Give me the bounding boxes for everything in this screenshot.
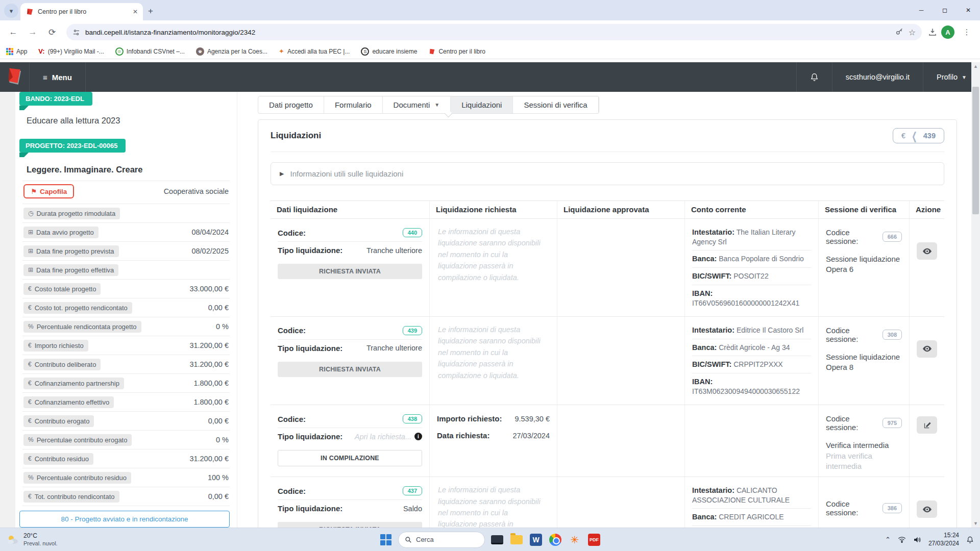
bookmark-pec[interactable]: ✦ Accedi alla tua PEC |... xyxy=(279,47,350,55)
app-header: ≡ Menu scsthurio@virgilio.it Profilo ▼ xyxy=(0,62,980,92)
reload-button[interactable]: ⟳ xyxy=(44,24,60,40)
close-button[interactable]: ✕ xyxy=(957,0,980,20)
bando-title: Educare alla lettura 2023 xyxy=(27,116,230,126)
sidebar-row: €Importo richiesto31.200,00 € xyxy=(22,336,230,355)
table-row: Codice:437 Tipo liquidazione:Saldo RICHI… xyxy=(271,477,944,528)
notifications-button[interactable] xyxy=(796,62,832,92)
user-email[interactable]: scsthurio@virgilio.it xyxy=(832,62,923,92)
chevron-down-icon: ▼ xyxy=(434,102,439,108)
bookmark-educare[interactable]: S educare insieme xyxy=(361,47,417,56)
start-button[interactable] xyxy=(379,533,393,547)
tab-search-button[interactable]: ▾ xyxy=(4,4,18,18)
acrobat-app-icon[interactable]: PDF xyxy=(587,533,601,547)
placeholder-text: Le informazioni di questa liquidazione s… xyxy=(437,224,550,285)
tray-chevron-icon[interactable]: ⌃ xyxy=(885,536,891,543)
tab-liquidazioni[interactable]: Liquidazioni xyxy=(451,96,513,113)
bookmark-infobandi[interactable]: ◎ Infobandi CSVnet –... xyxy=(115,47,185,56)
sidebar-row: ⊞Data fine progetto effettiva xyxy=(22,261,230,280)
bookmark-apps[interactable]: App xyxy=(6,48,27,55)
bookmark-cepell[interactable]: Centro per il libro xyxy=(428,48,485,55)
capofila-value: Cooperativa sociale xyxy=(164,187,229,195)
sessione-badge: 666 xyxy=(883,232,902,242)
notification-bell-icon[interactable] xyxy=(966,536,974,544)
forward-button[interactable]: → xyxy=(24,24,41,40)
section-tabs: Dati progetto Formulario Documenti▼ Liqu… xyxy=(258,96,599,114)
browser-tabstrip: ▾ Centro per il libro ✕ + ─ ◻ ✕ xyxy=(0,0,980,20)
euro-icon: € xyxy=(28,361,32,368)
tab-title: Centro per il libro xyxy=(38,8,129,15)
browser-tab[interactable]: Centro per il libro ✕ xyxy=(20,3,143,20)
table-row: Codice:438 Tipo liquidazione:Apri la ric… xyxy=(271,405,944,477)
eye-icon xyxy=(923,506,932,513)
project-status-button[interactable]: 80 - Progetto avviato e in rendicontazio… xyxy=(19,511,230,528)
url-text[interactable]: bandi.cepell.it/istanza-finanziamento/mo… xyxy=(85,29,890,36)
url-bar[interactable]: bandi.cepell.it/istanza-finanziamento/mo… xyxy=(66,24,922,40)
taskbar-clock[interactable]: 15:24 27/03/2024 xyxy=(928,532,959,547)
browser-navbar: ← → ⟳ bandi.cepell.it/istanza-finanziame… xyxy=(0,20,980,44)
tab-formulario[interactable]: Formulario xyxy=(324,96,383,113)
caret-right-icon: ▶ xyxy=(280,170,284,177)
tab-dati-progetto[interactable]: Dati progetto xyxy=(258,96,324,113)
minimize-button[interactable]: ─ xyxy=(910,0,933,20)
new-tab-button[interactable]: + xyxy=(148,6,153,16)
bookmark-virgilio[interactable]: V: (99+) Virgilio Mail -... xyxy=(38,47,104,55)
scroll-down-arrow[interactable]: ▼ xyxy=(971,519,980,528)
info-icon[interactable]: i xyxy=(414,433,422,440)
sessione-badge: 308 xyxy=(883,330,902,340)
bookmark-star-icon[interactable]: ☆ xyxy=(909,28,916,37)
asterisk-app-icon[interactable]: ✳ xyxy=(568,533,582,547)
view-button[interactable] xyxy=(917,242,937,260)
placeholder-text: Le informazioni di questa liquidazione s… xyxy=(437,322,550,383)
percent-icon: % xyxy=(28,474,34,481)
windows-logo-icon xyxy=(380,534,391,545)
chevron-down-icon: ▾ xyxy=(10,7,13,15)
site-settings-icon[interactable] xyxy=(72,29,80,36)
chrome-app-icon[interactable] xyxy=(548,533,562,547)
sidebar-row: €Cofinanziamento effettivo1.800,00 € xyxy=(22,393,230,412)
app-logo[interactable] xyxy=(0,62,30,92)
view-button[interactable] xyxy=(917,500,937,518)
wifi-icon[interactable] xyxy=(898,536,906,543)
monitor-icon xyxy=(491,535,503,544)
passwords-key-icon[interactable] xyxy=(895,28,903,36)
euro-icon: € xyxy=(28,398,32,406)
capofila-row: ⚑ Capofila Cooperativa sociale xyxy=(22,181,230,204)
sidebar-row: €Tot. contributo rendicontato0,00 € xyxy=(22,487,230,506)
speaker-icon[interactable] xyxy=(913,536,921,543)
taskbar-search[interactable]: Cerca xyxy=(398,532,485,548)
tab-sessioni-di-verifica[interactable]: Sessioni di verifica xyxy=(513,96,598,113)
tab-close-icon[interactable]: ✕ xyxy=(133,8,138,15)
back-button[interactable]: ← xyxy=(5,24,21,40)
clock-icon: ◷ xyxy=(28,210,33,217)
project-detail-rows: ◷Durata progetto rimodulata ⊞Data avvio … xyxy=(22,204,230,506)
virgilio-icon: V: xyxy=(38,47,44,55)
main-content: Dati progetto Formulario Documenti▼ Liqu… xyxy=(258,96,957,528)
profile-avatar[interactable]: A xyxy=(941,26,954,39)
taskbar: 20°CPreval. nuvol. Cerca W ✳ PDF ⌃ xyxy=(0,528,980,551)
scrollbar-thumb[interactable] xyxy=(972,87,979,214)
tab-documenti[interactable]: Documenti▼ xyxy=(383,96,451,113)
taskview-app-icon[interactable] xyxy=(490,533,504,547)
euro-icon: € xyxy=(28,417,32,424)
file-explorer-icon[interactable] xyxy=(509,533,524,547)
page-scrollbar[interactable]: ▲ ▼ xyxy=(971,62,980,528)
app-body: BANDO: 2023-EDL Educare alla lettura 202… xyxy=(0,92,971,528)
bookmark-agenzia[interactable]: ♚ Agenzia per la Coes... xyxy=(196,47,267,56)
percent-icon: % xyxy=(28,436,34,443)
status-badge: RICHIESTA INVIATA xyxy=(278,362,422,377)
menu-button[interactable]: ≡ Menu xyxy=(30,62,86,92)
euro-icon: € xyxy=(28,493,32,500)
taskbar-weather[interactable]: 20°CPreval. nuvol. xyxy=(6,532,58,547)
view-button[interactable] xyxy=(917,340,937,358)
cepell-book-icon xyxy=(428,48,435,55)
maximize-button[interactable]: ◻ xyxy=(933,0,957,20)
counter-badge: € ❮ 439 xyxy=(893,128,944,143)
sidebar-row: %Percentulae contributo erogato0 % xyxy=(22,431,230,449)
browser-menu-icon[interactable]: ⋮ xyxy=(959,24,975,40)
downloads-icon[interactable] xyxy=(928,28,937,37)
scroll-up-arrow[interactable]: ▲ xyxy=(971,62,980,70)
word-app-icon[interactable]: W xyxy=(529,533,543,547)
edit-button[interactable] xyxy=(917,416,937,434)
info-accordion[interactable]: ▶ Informazioni utili sulle liquidazioni xyxy=(271,162,944,185)
word-icon: W xyxy=(530,534,542,546)
